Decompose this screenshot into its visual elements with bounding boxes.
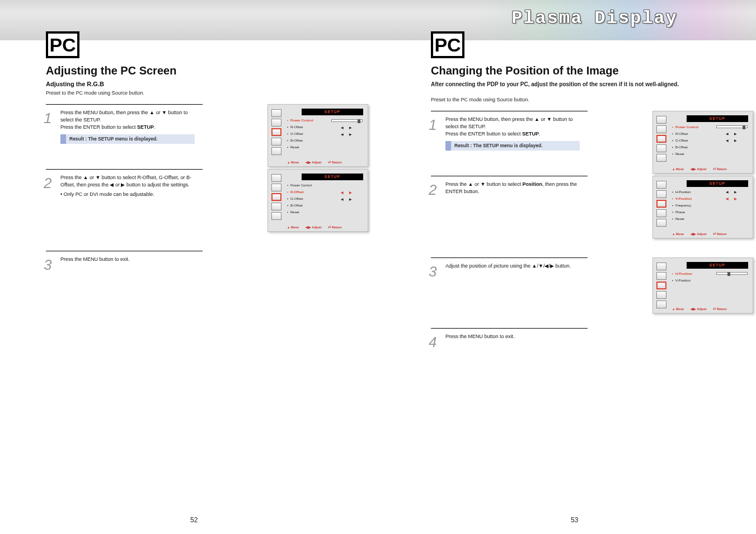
step-line: . — [154, 124, 156, 130]
osd-tab-icon — [656, 219, 666, 227]
osd-row-label: Reset — [290, 146, 363, 149]
osd-row-label: Power Control — [290, 184, 363, 187]
osd-row-label: Power Control — [675, 125, 716, 129]
osd-tab-icon — [656, 181, 666, 189]
osd-screenshot: SETUP •Power Control •R-Offset◀▶ •G-Offs… — [267, 169, 368, 232]
step-block: 3 Adjust the position of picture using t… — [431, 257, 756, 319]
pc-icon: PC — [46, 31, 79, 58]
osd-hint: ▲ Move — [287, 226, 299, 229]
osd-row-label: B-Offset — [675, 146, 748, 149]
osd-hint: ⏎ Return — [328, 226, 341, 229]
osd-row-label: B-Offset — [290, 139, 363, 142]
osd-row-label: H-Position — [675, 272, 716, 275]
osd-arrows-icon: ◀▶ — [336, 132, 363, 136]
top-banner: Plasma Display — [0, 0, 756, 40]
step-block: 3 Press the MENU button to exit. — [46, 251, 382, 273]
step-bold: SETUP — [522, 131, 539, 137]
divider — [46, 104, 203, 105]
osd-tab-icon — [656, 116, 666, 124]
osd-tab-icon — [271, 184, 281, 191]
divider — [431, 111, 588, 111]
page-subtitle: Adjusting the R.G.B — [46, 81, 382, 87]
osd-hint: ▲ Move — [672, 307, 684, 311]
banner-title: Plasma Display — [511, 8, 678, 29]
page-number: 53 — [571, 516, 578, 524]
osd-tab-icon — [271, 109, 281, 117]
step-line: • Only PC or DVI mode can be adjustable. — [60, 191, 154, 197]
osd-hint: ⏎ Return — [713, 167, 726, 171]
osd-header: SETUP — [687, 262, 748, 269]
osd-hint: ◀▶ Adjust — [306, 226, 321, 229]
osd-slider — [716, 125, 748, 128]
osd-tab-icon — [271, 193, 281, 201]
osd-hint: ▲ Move — [287, 161, 299, 164]
osd-tab-icon — [656, 135, 666, 143]
step-block: 2 Press the ▲ or ▼ button to select R-Of… — [46, 169, 382, 242]
osd-footer: ▲ Move ◀▶ Adjust ⏎ Return — [672, 307, 748, 311]
osd-row-label: B-Offset — [290, 204, 363, 207]
step-line: Press the MENU button to exit. — [445, 334, 515, 339]
osd-row-label: Phase — [675, 210, 748, 214]
osd-header: SETUP — [302, 109, 363, 115]
step-line: Press the MENU button to exit. — [60, 256, 130, 262]
divider — [431, 176, 588, 176]
osd-row-label: H-Position — [675, 190, 721, 194]
step-block: 2 Press the ▲ or ▼ button to select Posi… — [431, 176, 756, 249]
osd-header: SETUP — [687, 115, 748, 122]
osd-tab-icon — [656, 282, 666, 289]
page-title: Changing the Position of the Image — [431, 64, 756, 77]
osd-hint: ⏎ Return — [328, 161, 341, 164]
step-line: Adjust the position of picture using the… — [445, 263, 571, 269]
osd-row-label: V-Position — [675, 279, 748, 282]
divider — [431, 257, 588, 258]
osd-menu: •Power Control •R-Offset◀▶ •G-Offset◀▶ •… — [287, 117, 363, 151]
step-line: Press the ▲ or ▼ button to select — [445, 181, 522, 187]
step-block: 4 Press the MENU button to exit. — [431, 328, 756, 350]
osd-tab-strip — [271, 109, 283, 155]
step-text: Press the MENU button, then press the ▲ … — [60, 109, 201, 144]
page-number: 52 — [190, 516, 198, 524]
osd-menu: •H-Position •V-Position — [672, 270, 748, 284]
osd-row-label: Power Control — [290, 119, 331, 122]
osd-tab-icon — [656, 154, 666, 162]
step-number: 1 — [44, 110, 59, 127]
osd-tab-icon — [656, 125, 666, 133]
osd-hint: ▲ Move — [672, 232, 684, 236]
osd-row-label: Reset — [675, 217, 748, 221]
step-text: Press the MENU button to exit. — [445, 333, 586, 340]
pc-icon: PC — [431, 31, 464, 58]
step-number: 4 — [429, 334, 444, 351]
osd-tab-icon — [271, 203, 281, 210]
osd-row-label: Reset — [675, 152, 748, 156]
osd-arrows-icon: ◀▶ — [336, 197, 363, 201]
osd-hint: ◀▶ Adjust — [691, 307, 706, 311]
osd-tab-icon — [656, 200, 666, 208]
step-number: 3 — [429, 263, 444, 280]
osd-footer: ▲ Move ◀▶ Adjust ⏎ Return — [672, 167, 748, 171]
step-text: Adjust the position of picture using the… — [445, 263, 586, 270]
osd-header: SETUP — [687, 180, 748, 187]
osd-hint: ◀▶ Adjust — [691, 167, 706, 171]
step-bold: SETUP — [137, 124, 154, 130]
step-number: 2 — [44, 175, 59, 192]
osd-tab-icon — [656, 144, 666, 152]
page-preface: Preset to the PC mode using Source butto… — [431, 96, 722, 103]
step-text: Press the ▲ or ▼ button to select Positi… — [445, 181, 586, 195]
osd-slider — [716, 272, 748, 275]
osd-row-label: G-Offset — [675, 139, 721, 142]
step-text: Press the MENU button, then press the ▲ … — [445, 116, 586, 151]
step-text: Press the MENU button to exit. — [60, 256, 201, 263]
step-line: Press the MENU button, then press the ▲ … — [60, 110, 187, 123]
osd-tab-icon — [656, 209, 666, 217]
osd-arrows-icon: ◀▶ — [336, 190, 363, 194]
osd-tab-strip — [656, 181, 668, 227]
osd-row-label: R-Offset — [290, 190, 336, 194]
osd-tab-icon — [271, 212, 281, 220]
divider — [46, 169, 203, 170]
osd-menu: •H-Position◀▶ •V-Position◀▶ •Frequency •… — [672, 189, 748, 222]
step-line: Press the ENTER button to select — [60, 124, 137, 130]
page-title: Adjusting the PC Screen — [46, 64, 382, 77]
osd-screenshot: SETUP •H-Position◀▶ •V-Position◀▶ •Frequ… — [652, 176, 753, 238]
osd-hint: ⏎ Return — [713, 232, 726, 236]
step-block: 1 Press the MENU button, then press the … — [431, 111, 756, 167]
